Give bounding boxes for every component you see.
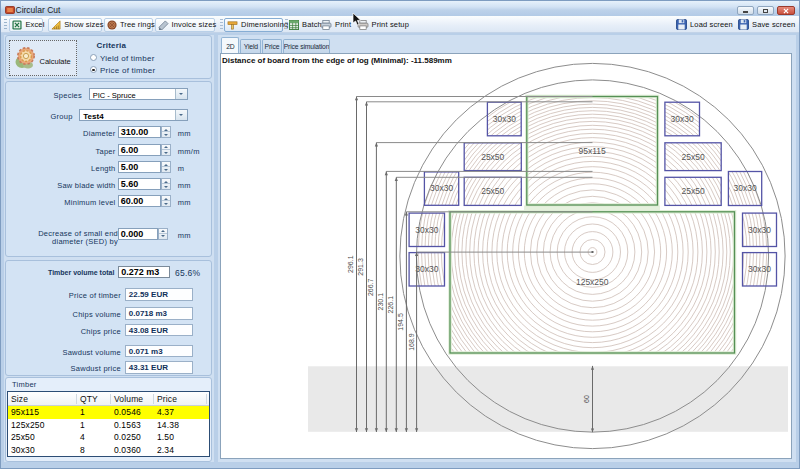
svg-text:30x30: 30x30	[415, 264, 438, 274]
svg-text:30x30: 30x30	[430, 183, 453, 193]
svg-text:30x30: 30x30	[733, 183, 756, 193]
svg-text:125x250: 125x250	[576, 277, 609, 287]
svg-text:230.1: 230.1	[377, 292, 384, 310]
svg-text:296.1: 296.1	[348, 255, 355, 273]
svg-text:30x30: 30x30	[748, 224, 771, 234]
svg-text:30x30: 30x30	[748, 264, 771, 274]
svg-text:25x50: 25x50	[481, 151, 504, 161]
svg-text:30x30: 30x30	[493, 113, 516, 123]
svg-text:291.3: 291.3	[358, 258, 365, 276]
svg-text:30x30: 30x30	[671, 113, 694, 123]
svg-text:25x50: 25x50	[681, 186, 704, 196]
svg-text:25x50: 25x50	[481, 186, 504, 196]
svg-text:60: 60	[583, 395, 590, 403]
svg-text:266.7: 266.7	[367, 278, 374, 296]
svg-text:30x30: 30x30	[415, 224, 438, 234]
svg-text:194.5: 194.5	[397, 313, 404, 331]
svg-text:226.1: 226.1	[387, 295, 394, 313]
svg-text:25x50: 25x50	[681, 151, 704, 161]
svg-text:168.9: 168.9	[408, 333, 415, 351]
svg-text:95x115: 95x115	[579, 145, 607, 155]
